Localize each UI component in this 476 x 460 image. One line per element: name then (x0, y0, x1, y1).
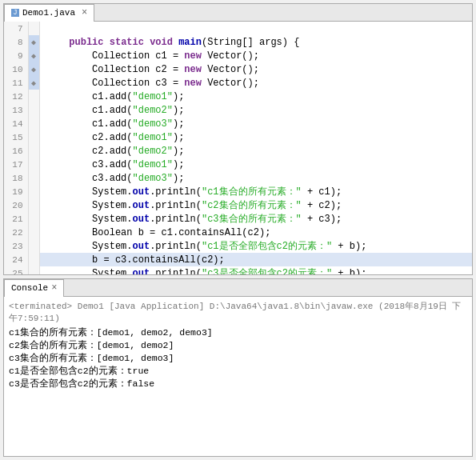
code-line (39, 22, 472, 35)
line-marker (28, 185, 39, 198)
line-marker (28, 266, 39, 274)
console-tab-bar: Console × (4, 279, 472, 297)
editor-panel: J Demo1.java × 78◆ public static void ma… (3, 3, 473, 275)
code-line: System.out.println("c3集合的所有元素：" + c3); (39, 212, 472, 226)
console-output-line: c3是否全部包含c2的元素：false (9, 378, 467, 390)
line-marker (28, 117, 39, 130)
line-marker: ◆ (28, 35, 39, 49)
line-marker: ◆ (28, 62, 39, 76)
console-close-icon[interactable]: × (51, 282, 57, 294)
line-marker (28, 253, 39, 266)
line-marker (28, 90, 39, 103)
console-output: <terminated> Demo1 [Java Application] D:… (4, 297, 472, 456)
line-number: 9 (4, 49, 28, 62)
line-number: 16 (4, 144, 28, 158)
code-line: Collection c1 = new Vector(); (39, 49, 472, 62)
line-marker (28, 130, 39, 144)
line-number: 8 (4, 35, 28, 49)
line-marker (28, 198, 39, 212)
line-marker (28, 158, 39, 171)
code-line: c3.add("demo1"); (39, 158, 472, 171)
code-line: System.out.println("c2集合的所有元素：" + c2); (39, 198, 472, 212)
line-marker (28, 239, 39, 253)
line-marker (28, 103, 39, 117)
code-line: c1.add("demo2"); (39, 103, 472, 117)
code-line: c2.add("demo1"); (39, 130, 472, 144)
editor-tab-bar: J Demo1.java × (4, 4, 472, 22)
line-number: 19 (4, 185, 28, 198)
line-marker (28, 144, 39, 158)
code-line: System.out.println("c1是否全部包含c2的元素：" + b)… (39, 239, 472, 253)
editor-tab[interactable]: J Demo1.java × (4, 4, 94, 22)
console-output-line: c1是否全部包含c2的元素：true (9, 365, 467, 378)
editor-tab-label: Demo1.java (22, 8, 75, 18)
line-number: 23 (4, 239, 28, 253)
line-number: 22 (4, 226, 28, 239)
line-marker (28, 171, 39, 185)
console-header: <terminated> Demo1 [Java Application] D:… (9, 300, 467, 324)
code-line: Collection c3 = new Vector(); (39, 76, 472, 90)
line-number: 21 (4, 212, 28, 226)
code-line: System.out.println("c1集合的所有元素：" + c1); (39, 185, 472, 198)
line-number: 12 (4, 90, 28, 103)
code-line: Boolean b = c1.containsAll(c2); (39, 226, 472, 239)
console-output-line: c2集合的所有元素：[demo1, demo2] (9, 339, 467, 352)
console-lines: c1集合的所有元素：[demo1, demo2, demo3]c2集合的所有元素… (9, 326, 467, 390)
close-icon[interactable]: × (82, 7, 87, 18)
code-table: 78◆ public static void main(String[] arg… (4, 22, 472, 274)
line-number: 11 (4, 76, 28, 90)
code-line: c1.add("demo3"); (39, 117, 472, 130)
line-number: 24 (4, 253, 28, 266)
console-output-line: c1集合的所有元素：[demo1, demo2, demo3] (9, 326, 467, 339)
line-marker: ◆ (28, 49, 39, 62)
line-marker: ◆ (28, 76, 39, 90)
code-line: Collection c2 = new Vector(); (39, 62, 472, 76)
console-output-line: c3集合的所有元素：[demo1, demo3] (9, 352, 467, 365)
line-number: 20 (4, 198, 28, 212)
line-number: 7 (4, 22, 28, 35)
java-file-icon: J (11, 9, 19, 17)
line-number: 13 (4, 103, 28, 117)
line-marker (28, 226, 39, 239)
code-line: c3.add("demo3"); (39, 171, 472, 185)
line-number: 14 (4, 117, 28, 130)
line-number: 18 (4, 171, 28, 185)
code-line: b = c3.containsAll(c2); (39, 253, 472, 266)
console-tab-label: Console (11, 283, 48, 293)
code-line: c1.add("demo1"); (39, 90, 472, 103)
console-tab[interactable]: Console × (4, 279, 64, 297)
line-number: 25 (4, 266, 28, 274)
code-line: System.out.println("c3是否全部包含c2的元素：" + b)… (39, 266, 472, 274)
code-line: public static void main(String[] args) { (39, 35, 472, 49)
console-panel: Console × <terminated> Demo1 [Java Appli… (3, 278, 473, 457)
line-marker (28, 212, 39, 226)
code-area[interactable]: 78◆ public static void main(String[] arg… (4, 22, 472, 274)
code-line: c2.add("demo2"); (39, 144, 472, 158)
line-number: 15 (4, 130, 28, 144)
line-marker (28, 22, 39, 35)
line-number: 10 (4, 62, 28, 76)
line-number: 17 (4, 158, 28, 171)
